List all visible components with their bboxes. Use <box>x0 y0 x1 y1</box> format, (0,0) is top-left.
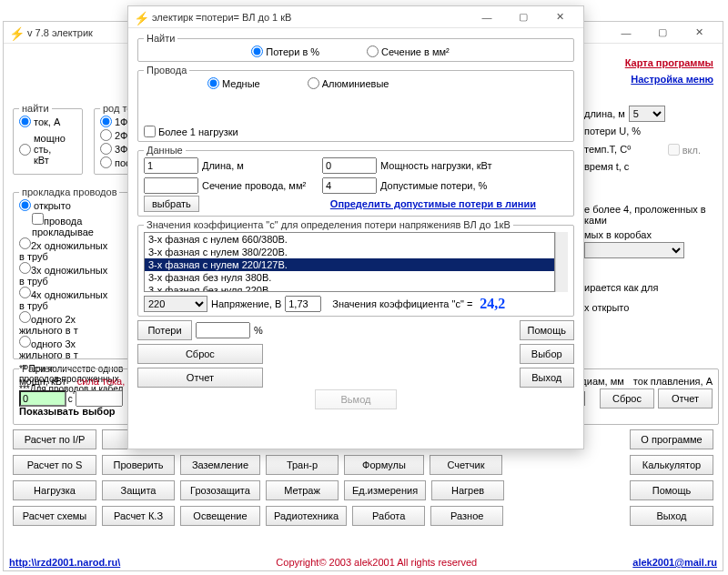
calculator-button[interactable]: Калькулятор <box>630 455 713 475</box>
modal-minimize-button[interactable]: — <box>469 8 505 26</box>
footer: http:\\rzd2001.narod.ru\ Copyright© 2003… <box>4 557 723 568</box>
length-field[interactable] <box>144 157 198 174</box>
partial-exit-button[interactable]: Вьмод <box>315 389 397 409</box>
check-button[interactable]: Проверить <box>102 455 175 475</box>
list-item[interactable]: 3-х фазная с нулем 220/127В. <box>145 258 554 271</box>
heat-button[interactable]: Нагрев <box>431 480 504 500</box>
voltage-label: Напряжение, В <box>211 298 281 309</box>
calc-report-button[interactable]: Отчет <box>658 388 713 409</box>
w1d3-radio[interactable]: одного 3х жильного в т <box>19 336 114 360</box>
protection-button[interactable]: Защита <box>102 480 175 500</box>
modal-maximize-button[interactable]: ▢ <box>505 8 541 26</box>
coef-group: Значения коэффициента "c" для определени… <box>137 219 574 317</box>
loss-result-field[interactable] <box>196 322 250 338</box>
select-button[interactable]: Выбор <box>520 344 575 364</box>
list-item[interactable]: 3-х фазная без нуля 220В. <box>145 284 554 292</box>
list-item[interactable]: 3-х фазная без нуля 380В. <box>145 271 554 284</box>
footer-email[interactable]: alek2001@mail.ru <box>632 557 717 568</box>
load-button[interactable]: Нагрузка <box>13 480 96 500</box>
length-label: длина, м <box>584 108 625 119</box>
reset-button[interactable]: Сброс <box>137 344 263 364</box>
w4s-radio[interactable]: 4х одножильных в труб <box>19 287 114 311</box>
close-button[interactable]: ✕ <box>681 24 717 42</box>
define-loss-link[interactable]: Определить допустимые потери в линии <box>330 198 536 209</box>
w2s-radio[interactable]: 2х одножильных в труб <box>19 237 114 262</box>
modal-icon: ⚡ <box>134 11 147 24</box>
vkl-check[interactable]: вкл. <box>668 144 701 156</box>
list-item[interactable]: 3-х фазная с нулем 380/220В. <box>145 246 554 258</box>
modal-close-button[interactable]: ✕ <box>541 8 578 26</box>
w1d2-radio[interactable]: одного 2х жильного в т <box>19 311 114 336</box>
modal-exit-button[interactable]: Выход <box>520 368 575 388</box>
cable-check[interactable]: провода прокладывае <box>32 213 114 237</box>
coef173-field[interactable] <box>285 296 321 312</box>
phase1-radio[interactable]: 1Ф <box>100 116 127 127</box>
coef-label: Значения коэффициента "c" = <box>332 298 472 309</box>
minimize-button[interactable]: — <box>608 24 644 42</box>
list-scrollbar[interactable] <box>555 232 568 292</box>
moschn-label: мощн, кВт <box>19 376 66 387</box>
program-map-link[interactable]: Карта программы <box>625 55 713 71</box>
lightning-button[interactable]: Грозозащита <box>180 480 260 500</box>
calc-ip-button[interactable]: Расчет по I/P <box>13 429 96 449</box>
radio-button[interactable]: Радиотехника <box>266 506 347 526</box>
metr-button[interactable]: Метраж <box>266 480 339 500</box>
list-item[interactable]: 3-х фазная с нулем 660/380В. <box>145 233 554 246</box>
calc-reset-button[interactable]: Сброс <box>600 388 654 409</box>
scheme-button[interactable]: Расчет схемы <box>13 506 96 526</box>
calc-s-button[interactable]: Расчет по S <box>13 455 96 475</box>
wiring-legend: прокладка проводов <box>19 187 119 197</box>
section-mm-radio[interactable]: Сечение в мм² <box>367 45 450 57</box>
loss-modal: ⚡ электирк =потери= ВЛ до 1 кВ — ▢ ✕ Най… <box>127 5 584 449</box>
aluminum-radio[interactable]: Алюминиевые <box>308 77 389 89</box>
time-label: время t, c <box>584 161 629 172</box>
moschn-field[interactable] <box>19 390 66 407</box>
help-button[interactable]: Помощь <box>630 480 713 500</box>
wires-legend: Провода <box>144 65 189 76</box>
open-radio[interactable]: открыто <box>19 199 71 211</box>
about-button[interactable]: О программе <box>630 429 713 449</box>
menu-setup-link[interactable]: Настройка меню <box>625 71 713 87</box>
phase3-radio[interactable]: 3Ф <box>100 143 127 155</box>
maximize-button[interactable]: ▢ <box>644 24 681 42</box>
ground-button[interactable]: Заземление <box>180 455 260 475</box>
loss-button[interactable]: Потери <box>137 320 192 340</box>
power-radio[interactable]: мощно сть, кВт <box>19 133 66 166</box>
copper-radio[interactable]: Медные <box>207 77 260 89</box>
kz-button[interactable]: Расчет К.З <box>102 506 175 526</box>
footer-url[interactable]: http:\\rzd2001.narod.ru\ <box>9 557 120 568</box>
loss-pct-radio[interactable]: Потери в % <box>251 45 319 57</box>
tok-radio[interactable]: ток, А <box>19 116 60 127</box>
phase2-radio[interactable]: 2Ф <box>100 129 127 141</box>
modal-help-button[interactable]: Помощь <box>520 320 575 340</box>
more-load-check[interactable]: Более 1 нагрузки <box>144 126 238 137</box>
wr4: ирается как для <box>584 282 712 293</box>
calc-legend: Расчет <box>19 363 56 374</box>
light-button[interactable]: Освещение <box>180 506 260 526</box>
units-button[interactable]: Ед.измерения <box>344 480 426 500</box>
footer-copyright: Copyright© 2003 alek2001 All rights rese… <box>276 557 477 568</box>
power-field[interactable] <box>322 157 377 174</box>
pct-label: % <box>254 325 263 336</box>
formulas-button[interactable]: Формулы <box>344 455 424 475</box>
section-field[interactable] <box>144 177 198 194</box>
wiring-group: прокладка проводов открыто провода прокл… <box>13 187 131 359</box>
coef-value: 24,2 <box>480 296 505 312</box>
allowed-loss-field[interactable] <box>322 177 377 194</box>
coef-list[interactable]: 3-х фазная с нулем 660/380В. 3-х фазная … <box>144 232 555 292</box>
length-combo[interactable]: 5 <box>629 106 665 122</box>
exit-button[interactable]: Выход <box>630 506 713 526</box>
voltage-combo[interactable]: 220 <box>144 296 207 312</box>
counter-button[interactable]: Счетчик <box>430 455 502 475</box>
wr3: мых в коробах <box>584 229 712 240</box>
box-combo[interactable] <box>584 242 684 258</box>
misc-button[interactable]: Разное <box>430 506 503 526</box>
work-button[interactable]: Работа <box>352 506 425 526</box>
tranp-button[interactable]: Тран-р <box>266 455 339 475</box>
pick-button[interactable]: выбрать <box>144 196 199 212</box>
wr5: х открыто <box>584 302 712 313</box>
section-label: Сечение провода, мм² <box>202 180 318 191</box>
report-button[interactable]: Отчет <box>137 368 263 388</box>
w3s-radio[interactable]: 3х одножильных в труб <box>19 262 114 287</box>
sila-field[interactable] <box>76 390 123 407</box>
